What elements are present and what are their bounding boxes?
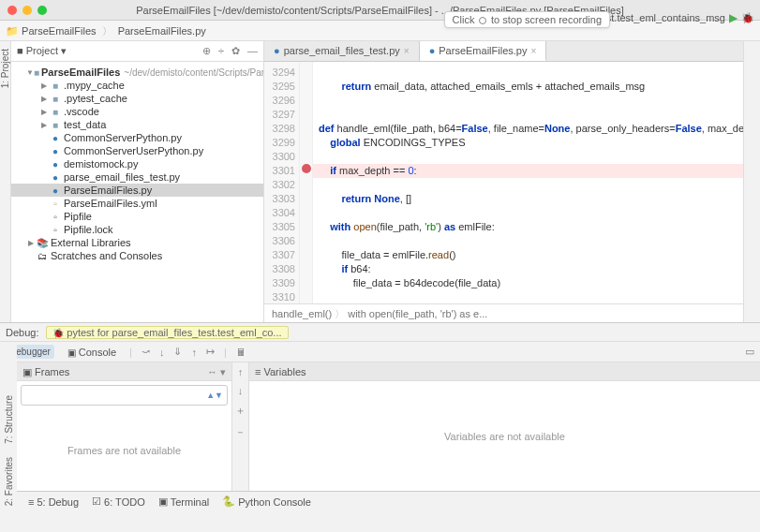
variables-empty-text: Variables are not available xyxy=(249,381,760,491)
project-tree[interactable]: ▼■ ParseEmailFiles ~/dev/demisto/content… xyxy=(11,62,263,322)
layout-icon[interactable]: ▭ xyxy=(745,346,754,358)
remove-watch-icon[interactable]: － xyxy=(235,425,246,439)
tree-item-ParseEmailFiles-py[interactable]: ●ParseEmailFiles.py xyxy=(11,184,263,197)
console-tab[interactable]: ▣ Console xyxy=(64,345,120,360)
collapse-icon[interactable]: ÷ xyxy=(218,45,224,57)
status-debug[interactable]: ≡ 5: Debug xyxy=(28,496,79,508)
left-bottom-tabs: 7: Structure 2: Favorites xyxy=(0,343,17,511)
left-gutter: 1: Project xyxy=(0,41,11,322)
code-breadcrumb[interactable]: handle_eml()〉with open(file_path, 'rb') … xyxy=(264,303,760,322)
tree-item--mypy_cache[interactable]: ▶■.mypy_cache xyxy=(11,79,263,92)
frames-panel: ▣ Frames ↔ ▾ ▲▼ Frames are not available xyxy=(17,362,232,491)
close-icon[interactable]: × xyxy=(530,41,536,61)
structure-tab[interactable]: 7: Structure xyxy=(4,395,14,444)
editor-area: ● parse_email_files_test.py ×● ParseEmai… xyxy=(264,41,760,322)
right-gutter xyxy=(743,41,760,322)
tool-project-tab[interactable]: 1: Project xyxy=(0,49,10,88)
breadcrumb-file[interactable]: ParseEmailFiles.py xyxy=(118,25,206,37)
minimize-window[interactable] xyxy=(22,6,32,15)
status-todo[interactable]: ☑ 6: TODO xyxy=(92,495,145,508)
prev-frame-icon[interactable]: ↑ xyxy=(238,366,244,377)
close-window[interactable] xyxy=(7,6,17,15)
breakpoint-marker[interactable] xyxy=(302,164,311,173)
evaluate-icon[interactable]: 🖩 xyxy=(236,347,246,358)
tree-item-parse_email_files_test-py[interactable]: ●parse_email_files_test.py xyxy=(11,170,263,184)
line-numbers: 3294 3295 3296 3297 3298 3299 3300 3301 … xyxy=(264,62,300,303)
tree-item--pytest_cache[interactable]: ▶■.pytest_cache xyxy=(11,92,263,105)
debug-config-badge[interactable]: 🐞 pytest for parse_email_files_test.test… xyxy=(46,326,288,339)
frames-title: Frames xyxy=(35,366,69,377)
run-icon[interactable]: ▶ xyxy=(729,11,738,24)
tree-item-CommonServerPython-py[interactable]: ●CommonServerPython.py xyxy=(11,131,263,144)
project-panel-title: ■ Project ▾ xyxy=(17,45,67,57)
editor-tab-parse_email_files_test-py[interactable]: ● parse_email_files_test.py × xyxy=(264,41,420,61)
stop-icon xyxy=(479,17,486,24)
tree-item-test_data[interactable]: ▶■test_data xyxy=(11,118,263,131)
favorites-tab[interactable]: 2: Favorites xyxy=(4,457,14,506)
frames-empty-text: Frames are not available xyxy=(17,409,231,491)
tree-ext-libs[interactable]: ▶📚External Libraries xyxy=(11,236,263,249)
editor-tab-ParseEmailFiles-py[interactable]: ● ParseEmailFiles.py × xyxy=(420,41,547,61)
status-bar[interactable]: ▣ ≡ 5: Debug ☑ 6: TODO ▣ Terminal 🐍 Pyth… xyxy=(0,491,760,511)
code-editor[interactable]: return email_data, attached_emails_emls … xyxy=(313,62,760,303)
zoom-window[interactable] xyxy=(37,6,47,15)
step-into-my-icon[interactable]: ⇓ xyxy=(173,346,182,358)
tree-item-CommonServerUserPython-py[interactable]: ●CommonServerUserPython.py xyxy=(11,144,263,157)
window-controls[interactable] xyxy=(7,6,47,15)
tree-item-Pipfile-lock[interactable]: ▫Pipfile.lock xyxy=(11,223,263,236)
frames-dropdown-icon[interactable]: ↔ ▾ xyxy=(207,362,226,381)
step-out-icon[interactable]: ↑ xyxy=(191,347,197,358)
gear-icon[interactable]: ✿ xyxy=(231,45,240,57)
project-panel: ■ Project ▾ ⊕ ÷ ✿ — ▼■ ParseEmailFiles ~… xyxy=(11,41,264,322)
debug-panel: Debug: 🐞 pytest for parse_email_files_te… xyxy=(0,322,760,491)
tree-root[interactable]: ▼■ ParseEmailFiles ~/dev/demisto/content… xyxy=(11,66,263,79)
status-pyconsole[interactable]: 🐍 Python Console xyxy=(222,495,311,508)
add-watch-icon[interactable]: ＋ xyxy=(235,404,246,418)
tree-item-Pipfile[interactable]: ▫Pipfile xyxy=(11,210,263,223)
tree-item-ParseEmailFiles-yml[interactable]: ▫ParseEmailFiles.yml xyxy=(11,197,263,210)
frames-toolbar: ↑ ↓ ＋ － xyxy=(232,362,249,491)
status-terminal[interactable]: ▣ Terminal xyxy=(158,495,210,508)
run-to-cursor-icon[interactable]: ↦ xyxy=(206,346,215,358)
tree-scratches[interactable]: 🗂Scratches and Consoles xyxy=(11,249,263,262)
screen-recording-tip: Click to stop screen recording xyxy=(444,11,610,28)
variables-title: Variables xyxy=(263,366,305,377)
debug-label: Debug: xyxy=(6,327,38,338)
gutter-breakpoints[interactable] xyxy=(300,62,313,303)
tree-item--vscode[interactable]: ▶■.vscode xyxy=(11,105,263,118)
editor-tabs[interactable]: ● parse_email_files_test.py ×● ParseEmai… xyxy=(264,41,760,62)
tree-item-demistomock-py[interactable]: ●demistomock.py xyxy=(11,157,263,170)
step-into-icon[interactable]: ↓ xyxy=(159,347,165,358)
hide-icon[interactable]: — xyxy=(247,45,258,57)
scroll-to-icon[interactable]: ⊕ xyxy=(202,45,211,57)
next-frame-icon[interactable]: ↓ xyxy=(238,385,244,396)
step-over-icon[interactable]: ⤻ xyxy=(142,346,150,358)
breadcrumb-root[interactable]: ParseEmailFiles xyxy=(22,25,96,37)
debug-toolbar[interactable]: Debugger ▣ Console | ⤻ ↓ ⇓ ↑ ↦ | 🖩 ▭ xyxy=(0,342,760,362)
thread-selector[interactable]: ▲▼ xyxy=(21,385,228,406)
debug-icon[interactable]: 🐞 xyxy=(741,12,754,24)
variables-panel: ≡ Variables Variables are not available xyxy=(249,362,760,491)
close-icon[interactable]: × xyxy=(404,41,410,61)
